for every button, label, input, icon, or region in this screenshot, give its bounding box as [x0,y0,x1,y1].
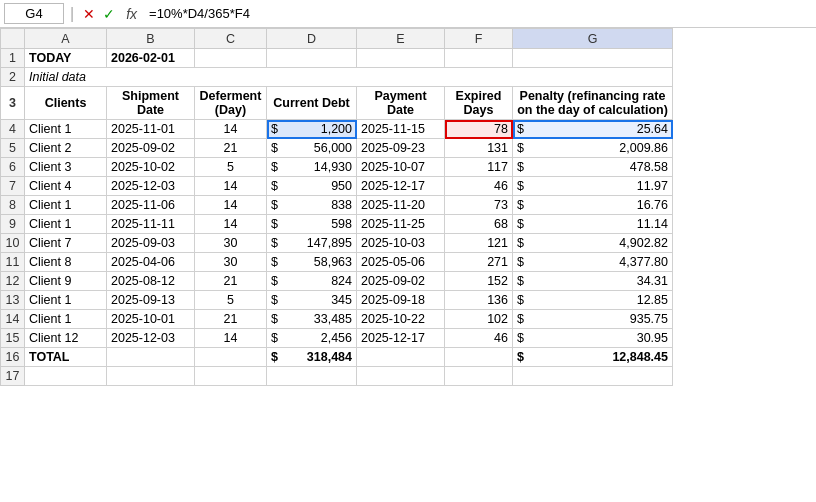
cell-d14[interactable]: $33,485 [267,310,357,329]
cell-f8[interactable]: 73 [445,196,513,215]
cell-e5[interactable]: 2025-09-23 [357,139,445,158]
cell-c1[interactable] [195,49,267,68]
cancel-icon[interactable]: ✕ [80,5,98,23]
row-header-7[interactable]: 7 [1,177,25,196]
cell-a14[interactable]: Client 1 [25,310,107,329]
cell-g5[interactable]: $2,009.86 [513,139,673,158]
cell-c3[interactable]: Deferment (Day) [195,87,267,120]
cell-c10[interactable]: 30 [195,234,267,253]
cell-a4[interactable]: Client 1 [25,120,107,139]
row-header-13[interactable]: 13 [1,291,25,310]
cell-c4[interactable]: 14 [195,120,267,139]
cell-a10[interactable]: Client 7 [25,234,107,253]
cell-b14[interactable]: 2025-10-01 [107,310,195,329]
cell-f12[interactable]: 152 [445,272,513,291]
cell-b12[interactable]: 2025-08-12 [107,272,195,291]
col-header-a[interactable]: A [25,29,107,49]
col-header-d[interactable]: D [267,29,357,49]
cell-e13[interactable]: 2025-09-18 [357,291,445,310]
cell-f14[interactable]: 102 [445,310,513,329]
col-header-f[interactable]: F [445,29,513,49]
cell-b16[interactable] [107,348,195,367]
cell-a15[interactable]: Client 12 [25,329,107,348]
cell-e12[interactable]: 2025-09-02 [357,272,445,291]
cell-b7[interactable]: 2025-12-03 [107,177,195,196]
cell-f7[interactable]: 46 [445,177,513,196]
cell-name-box[interactable] [4,3,64,24]
cell-d11[interactable]: $58,963 [267,253,357,272]
cell-d4[interactable]: $1,200 [267,120,357,139]
cell-g8[interactable]: $16.76 [513,196,673,215]
cell-d15[interactable]: $2,456 [267,329,357,348]
cell-e15[interactable]: 2025-12-17 [357,329,445,348]
cell-d16[interactable]: $318,484 [267,348,357,367]
col-header-e[interactable]: E [357,29,445,49]
cell-b15[interactable]: 2025-12-03 [107,329,195,348]
cell-e10[interactable]: 2025-10-03 [357,234,445,253]
row-header-12[interactable]: 12 [1,272,25,291]
cell-d12[interactable]: $824 [267,272,357,291]
cell-c6[interactable]: 5 [195,158,267,177]
cell-d1[interactable] [267,49,357,68]
cell-e3[interactable]: Payment Date [357,87,445,120]
row-header-5[interactable]: 5 [1,139,25,158]
cell-g12[interactable]: $34.31 [513,272,673,291]
row-header-16[interactable]: 16 [1,348,25,367]
cell-a8[interactable]: Client 1 [25,196,107,215]
cell-f3[interactable]: Expired Days [445,87,513,120]
cell-g14[interactable]: $935.75 [513,310,673,329]
cell-a9[interactable]: Client 1 [25,215,107,234]
cell-e1[interactable] [357,49,445,68]
cell-a16[interactable]: TOTAL [25,348,107,367]
row-header-3[interactable]: 3 [1,87,25,120]
cell-c8[interactable]: 14 [195,196,267,215]
cell-g4[interactable]: $25.64 [513,120,673,139]
row-header-8[interactable]: 8 [1,196,25,215]
cell-g7[interactable]: $11.97 [513,177,673,196]
cell-f1[interactable] [445,49,513,68]
row-header-1[interactable]: 1 [1,49,25,68]
cell-f11[interactable]: 271 [445,253,513,272]
cell-e4[interactable]: 2025-11-15 [357,120,445,139]
cell-a11[interactable]: Client 8 [25,253,107,272]
cell-c9[interactable]: 14 [195,215,267,234]
cell-g3[interactable]: Penalty (refinancing rate on the day of … [513,87,673,120]
cell-b17[interactable] [107,367,195,386]
cell-b8[interactable]: 2025-11-06 [107,196,195,215]
cell-a3[interactable]: Clients [25,87,107,120]
cell-a5[interactable]: Client 2 [25,139,107,158]
cell-d3[interactable]: Current Debt [267,87,357,120]
cell-e6[interactable]: 2025-10-07 [357,158,445,177]
cell-f13[interactable]: 136 [445,291,513,310]
confirm-icon[interactable]: ✓ [100,5,118,23]
cell-e11[interactable]: 2025-05-06 [357,253,445,272]
row-header-17[interactable]: 17 [1,367,25,386]
formula-input[interactable] [145,4,812,23]
cell-a2[interactable]: Initial data [25,68,673,87]
row-header-15[interactable]: 15 [1,329,25,348]
row-header-10[interactable]: 10 [1,234,25,253]
cell-e16[interactable] [357,348,445,367]
cell-f16[interactable] [445,348,513,367]
cell-a17[interactable] [25,367,107,386]
cell-f5[interactable]: 131 [445,139,513,158]
cell-c11[interactable]: 30 [195,253,267,272]
cell-e9[interactable]: 2025-11-25 [357,215,445,234]
cell-b11[interactable]: 2025-04-06 [107,253,195,272]
cell-d9[interactable]: $598 [267,215,357,234]
col-header-c[interactable]: C [195,29,267,49]
cell-g10[interactable]: $4,902.82 [513,234,673,253]
cell-g17[interactable] [513,367,673,386]
cell-f9[interactable]: 68 [445,215,513,234]
cell-e8[interactable]: 2025-11-20 [357,196,445,215]
cell-a1[interactable]: TODAY [25,49,107,68]
cell-e14[interactable]: 2025-10-22 [357,310,445,329]
cell-c17[interactable] [195,367,267,386]
row-header-4[interactable]: 4 [1,120,25,139]
cell-c5[interactable]: 21 [195,139,267,158]
cell-b9[interactable]: 2025-11-11 [107,215,195,234]
row-header-2[interactable]: 2 [1,68,25,87]
cell-b13[interactable]: 2025-09-13 [107,291,195,310]
cell-a6[interactable]: Client 3 [25,158,107,177]
col-header-b[interactable]: B [107,29,195,49]
